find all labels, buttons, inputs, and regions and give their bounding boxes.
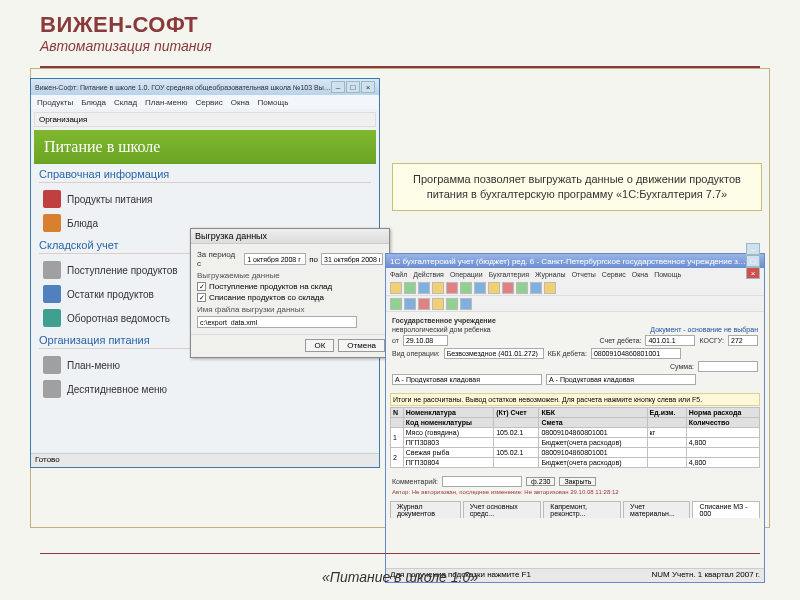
- col-n: N: [391, 408, 404, 418]
- col-qty: Количество: [686, 418, 759, 428]
- tab-writeoff[interactable]: Списание МЗ - 000: [692, 501, 760, 518]
- toolbar-icon[interactable]: [488, 282, 500, 294]
- btn-f230[interactable]: ф.230: [526, 477, 555, 486]
- menu-item[interactable]: Сервис: [195, 98, 222, 107]
- table-row[interactable]: ПГП30804 Бюджет(очета расходов) 4,800: [391, 458, 760, 468]
- nav-label: Продукты питания: [67, 194, 153, 205]
- nav-label: Десятидневное меню: [67, 384, 167, 395]
- toolbar-icon[interactable]: [432, 298, 444, 310]
- toolbar-icon[interactable]: [460, 298, 472, 310]
- minimize-button[interactable]: –: [331, 81, 345, 93]
- close-button[interactable]: ×: [746, 267, 760, 279]
- tab-assets[interactable]: Учет основных средс...: [463, 501, 542, 518]
- menu-item[interactable]: Журналы: [535, 271, 566, 278]
- btn-close[interactable]: Закрыть: [559, 477, 596, 486]
- period-label: За период с: [197, 250, 241, 268]
- menu-item[interactable]: Бухгалтерия: [489, 271, 529, 278]
- toolbar-icon[interactable]: [516, 282, 528, 294]
- nav-label: Поступление продуктов: [67, 265, 178, 276]
- export-section-label: Выгружаемые данные: [197, 271, 383, 280]
- checkbox-incoming[interactable]: ✓: [197, 282, 206, 291]
- menu-item[interactable]: План-меню: [145, 98, 187, 107]
- table-row[interactable]: ПГП30803 Бюджет(очета расходов) 4,800: [391, 438, 760, 448]
- toolbar-1c: [386, 280, 764, 296]
- nav-products[interactable]: Продукты питания: [39, 187, 371, 211]
- summa-input[interactable]: [698, 361, 758, 372]
- storage-input[interactable]: [392, 374, 542, 385]
- page-footer: «Питание в школе 1.0»: [0, 569, 800, 585]
- plan-icon: [43, 356, 61, 374]
- date-from-input[interactable]: [244, 253, 306, 265]
- date-to-label: по: [309, 255, 318, 264]
- toolbar-icon[interactable]: [530, 282, 542, 294]
- acct-input[interactable]: [645, 335, 695, 346]
- comment-label: Комментарий:: [392, 478, 438, 485]
- kbk-label: КБК дебета:: [548, 350, 587, 357]
- menu-item[interactable]: Продукты: [37, 98, 73, 107]
- tab-materials[interactable]: Учет материальн...: [623, 501, 690, 518]
- cancel-button[interactable]: Отмена: [338, 339, 385, 352]
- kbk-input[interactable]: [591, 348, 681, 359]
- tab-journal[interactable]: Журнал документов: [390, 501, 461, 518]
- menu-item[interactable]: Блюда: [81, 98, 106, 107]
- toolbar-icon[interactable]: [404, 282, 416, 294]
- acct-label: Счет дебета:: [600, 337, 642, 344]
- page-title: Питание в школе: [34, 130, 376, 164]
- kosgu-input[interactable]: [728, 335, 758, 346]
- menu-item[interactable]: Склад: [114, 98, 137, 107]
- checkbox-writeoff[interactable]: ✓: [197, 293, 206, 302]
- window-titlebar: Вижен-Софт: Питание в школе 1.0. ГОУ сре…: [31, 79, 379, 95]
- file-path-input[interactable]: [197, 316, 357, 328]
- comment-input[interactable]: [442, 476, 522, 487]
- op-label: Вид операции:: [392, 350, 440, 357]
- menu-item[interactable]: Окна: [231, 98, 250, 107]
- menu-item[interactable]: Помощь: [654, 271, 681, 278]
- toolbar-icon[interactable]: [502, 282, 514, 294]
- table-row[interactable]: 2 Свежая рыба 105.02.1 08009104860801001: [391, 448, 760, 458]
- toolbar-icon[interactable]: [432, 282, 444, 294]
- col-smeta: Смета: [539, 418, 647, 428]
- breadcrumb: Организация: [34, 112, 376, 127]
- date-input[interactable]: [403, 335, 448, 346]
- toolbar-icon[interactable]: [390, 298, 402, 310]
- toolbar-icon[interactable]: [404, 298, 416, 310]
- doc-icon: [43, 261, 61, 279]
- menu-item[interactable]: Окна: [632, 271, 648, 278]
- report-icon: [43, 309, 61, 327]
- toolbar-icon[interactable]: [460, 282, 472, 294]
- maximize-button[interactable]: □: [746, 255, 760, 267]
- toolbar-icon[interactable]: [474, 282, 486, 294]
- nav-label: План-меню: [67, 360, 120, 371]
- books-icon: [43, 190, 61, 208]
- menu-item[interactable]: Действия: [413, 271, 444, 278]
- date-to-input[interactable]: [321, 253, 383, 265]
- toolbar-icon[interactable]: [446, 282, 458, 294]
- menu-item[interactable]: Сервис: [602, 271, 626, 278]
- table-row[interactable]: 1 Мясо (говядина) 105.02.1 0800910486080…: [391, 428, 760, 438]
- menu-item[interactable]: Файл: [390, 271, 407, 278]
- toolbar-icon[interactable]: [390, 282, 402, 294]
- brand-subtitle: Автоматизация питания: [40, 38, 760, 54]
- window-title-1c: 1С бухгалтерский учет (бюджет) ред. 6 - …: [390, 257, 746, 266]
- menu-item[interactable]: Операции: [450, 271, 483, 278]
- tab-repair[interactable]: Капремонт, реконстр...: [543, 501, 621, 518]
- op-input[interactable]: [444, 348, 544, 359]
- shelf-icon: [43, 285, 61, 303]
- minimize-button[interactable]: –: [746, 243, 760, 255]
- menubar: Продукты Блюда Склад План-меню Сервис Ок…: [31, 95, 379, 109]
- toolbar-icon[interactable]: [544, 282, 556, 294]
- maximize-button[interactable]: □: [346, 81, 360, 93]
- nav-ten-day-menu[interactable]: Десятидневное меню: [39, 377, 371, 401]
- toolbar-icon[interactable]: [418, 298, 430, 310]
- ok-button[interactable]: ОК: [305, 339, 334, 352]
- toolbar-icon[interactable]: [418, 282, 430, 294]
- org-label: Государственное учреждение: [392, 317, 496, 324]
- storage-input-b[interactable]: [546, 374, 696, 385]
- menu-item[interactable]: Помощь: [257, 98, 288, 107]
- doc-note: Документ - основание не выбран: [650, 326, 758, 333]
- close-button[interactable]: ×: [361, 81, 375, 93]
- data-grid[interactable]: N Номенклатура (Кт) Счет КБК Ед.изм. Нор…: [390, 407, 760, 468]
- menu-item[interactable]: Отчеты: [572, 271, 596, 278]
- toolbar-icon[interactable]: [446, 298, 458, 310]
- col-kbk: КБК: [539, 408, 647, 418]
